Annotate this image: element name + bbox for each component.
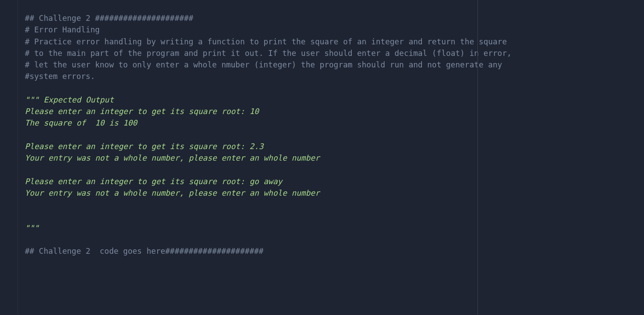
code-line[interactable]: # to the main part of the program and pr… <box>25 47 644 59</box>
code-line[interactable]: Please enter an integer to get its squar… <box>25 176 644 187</box>
code-line[interactable]: ## Challenge 2 ##################### <box>25 12 644 24</box>
code-line[interactable]: The square of 10 is 100 <box>25 117 644 129</box>
line-gutter <box>0 0 18 315</box>
code-line[interactable]: Please enter an integer to get its squar… <box>25 141 644 152</box>
vertical-scrollbar[interactable] <box>638 0 643 315</box>
code-line[interactable]: """ <box>25 222 644 234</box>
code-line[interactable] <box>25 199 644 210</box>
code-line[interactable]: """ Expected Output <box>25 94 644 106</box>
code-line[interactable] <box>25 164 644 175</box>
code-line[interactable]: Your entry was not a whole number, pleas… <box>25 152 644 164</box>
code-line[interactable]: Please enter an integer to get its squar… <box>25 106 644 117</box>
code-line[interactable] <box>25 234 644 245</box>
code-line[interactable] <box>25 210 644 222</box>
code-line[interactable]: # let the user know to only enter a whol… <box>25 59 644 71</box>
code-editor[interactable]: ## Challenge 2 ###################### Er… <box>18 0 644 315</box>
code-line[interactable]: #system errors. <box>25 71 644 82</box>
code-line[interactable]: Your entry was not a whole number, pleas… <box>25 187 644 199</box>
code-line[interactable]: ## Challenge 2 code goes here###########… <box>25 245 644 257</box>
code-line[interactable]: # Error Handling <box>25 24 644 35</box>
code-line[interactable] <box>25 83 644 94</box>
code-line[interactable]: # Practice error handling by writing a f… <box>25 36 644 47</box>
code-line[interactable] <box>25 129 644 141</box>
